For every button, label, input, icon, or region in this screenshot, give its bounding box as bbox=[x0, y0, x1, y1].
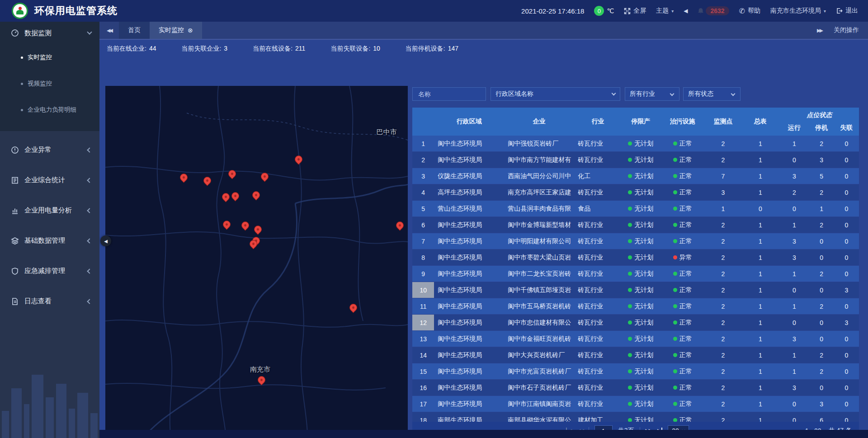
table-row[interactable]: 16阆中生态环境局阆中市石子页岩机砖厂砖瓦行业无计划正常21300 bbox=[412, 380, 859, 396]
tab-home[interactable]: 首页 bbox=[119, 22, 150, 39]
table-row[interactable]: 13阆中生态环境局阆中市金福旺页岩机砖砖瓦行业无计划正常21300 bbox=[412, 331, 859, 347]
sidebar-item-enterprise-abnormal[interactable]: 企业异常 bbox=[0, 135, 99, 165]
table-row[interactable]: 9阆中生态环境局阆中市二龙长宝页岩砖砖瓦行业无计划正常21120 bbox=[412, 266, 859, 282]
org-dropdown[interactable]: 南充市生态环境局▾ bbox=[770, 7, 826, 15]
sidebar-item-power-load-detail[interactable]: 企业电力负荷明细 bbox=[0, 97, 99, 123]
table-row[interactable]: 10阆中生态环境局阆中千佛镇五郎垭页岩砖瓦行业无计划正常21003 bbox=[412, 282, 859, 298]
sidebar-item-realtime-monitor[interactable]: 实时监控 bbox=[0, 44, 99, 71]
cell-region: 阆中生态环境局 bbox=[434, 380, 504, 396]
cell-facility: 异常 bbox=[660, 250, 705, 265]
cell-facility: 正常 bbox=[660, 396, 705, 412]
sidebar-item-enterprise-statistics[interactable]: 企业综合统计 bbox=[0, 165, 99, 195]
cell-company: 阆中市南方节能建材有 bbox=[504, 152, 574, 168]
cell-lost: 0 bbox=[834, 152, 859, 168]
cell-region: 阆中生态环境局 bbox=[434, 282, 504, 298]
cell-lost: 3 bbox=[834, 315, 859, 330]
cell-lost: 0 bbox=[834, 347, 859, 363]
close-operations-button[interactable]: 关闭操作 bbox=[834, 26, 859, 34]
cell-region: 阆中生态环境局 bbox=[434, 315, 504, 330]
map-panel[interactable]: 巴中市南充市遂宁市 bbox=[105, 86, 408, 438]
tab-realtime-monitor[interactable]: 实时监控 ⊗ bbox=[150, 22, 202, 39]
cell-meters: 1 bbox=[741, 331, 779, 347]
table-row[interactable]: 4高坪生态环境局南充市高坪区王家店建砖瓦行业无计划正常31220 bbox=[412, 184, 859, 200]
stat-offline-enterprises: 当前失联企业:3 bbox=[181, 45, 227, 53]
cell-region: 阆中生态环境局 bbox=[434, 347, 504, 363]
status-dot-icon bbox=[628, 223, 632, 227]
tabs-scroll-left-button[interactable]: ◀◀ bbox=[99, 22, 119, 39]
cell-company: 阆中千佛镇五郎垭页岩 bbox=[504, 282, 574, 298]
table-row[interactable]: 18南部生态环境局南部县砌华水泥有限公建材加工无计划正常21060 bbox=[412, 412, 859, 422]
cell-no: 9 bbox=[412, 266, 434, 282]
table-row[interactable]: 6阆中生态环境局阆中市金博瑞新型墙材砖瓦行业无计划正常21120 bbox=[412, 217, 859, 233]
table-row[interactable]: 11阆中生态环境局阆中市五马桥页岩机砖砖瓦行业无计划正常21120 bbox=[412, 298, 859, 314]
cell-facility: 正常 bbox=[660, 233, 705, 249]
table-row[interactable]: 8阆中生态环境局阆中市枣碧大梁山页岩砖瓦行业无计划异常21300 bbox=[412, 250, 859, 265]
table-row[interactable]: 15阆中生态环境局阆中市光富页岩机砖厂砖瓦行业无计划正常21120 bbox=[412, 363, 859, 379]
name-search-input[interactable] bbox=[417, 90, 481, 98]
help-button[interactable]: ✆ 帮助 bbox=[739, 7, 760, 15]
cell-running: 0 bbox=[779, 201, 809, 217]
chevron-down-icon bbox=[731, 92, 736, 96]
sidebar-group-data-monitor: 数据监测 实时监控 视频监控 企业电力负荷明细 bbox=[0, 22, 99, 131]
cell-no: 12 bbox=[412, 315, 434, 330]
sidebar-item-log-view[interactable]: 日志查看 bbox=[0, 286, 99, 316]
cell-running: 1 bbox=[779, 363, 809, 379]
speaker-icon: ◀ bbox=[684, 8, 688, 14]
stat-stopped-devices: 当前停机设备:147 bbox=[406, 45, 458, 53]
cell-running: 0 bbox=[779, 315, 809, 330]
cell-company: 阆中市五马桥页岩机砖 bbox=[504, 298, 574, 314]
cell-no: 16 bbox=[412, 380, 434, 396]
status-dot-icon bbox=[673, 141, 677, 146]
col-header-stopped: 停机 bbox=[809, 124, 834, 132]
sidebar-item-video-monitor[interactable]: 视频监控 bbox=[0, 71, 99, 97]
status-filter-select[interactable]: 所有状态 bbox=[683, 87, 741, 101]
cell-running: 2 bbox=[779, 184, 809, 200]
sidebar-item-base-data[interactable]: 基础数据管理 bbox=[0, 226, 99, 256]
fullscreen-button[interactable]: 全屏 bbox=[624, 7, 646, 15]
table-row[interactable]: 7阆中生态环境局阆中明阳建材有限公司砖瓦行业无计划正常21300 bbox=[412, 233, 859, 249]
table-row[interactable]: 17阆中生态环境局阆中市江南镇阆南页岩砖瓦行业无计划正常21030 bbox=[412, 396, 859, 412]
cell-company: 阆中市二龙长宝页岩砖 bbox=[504, 266, 574, 282]
table-body: 1阆中生态环境局阆中强锐页岩砖厂砖瓦行业无计划正常211202阆中生态环境局阆中… bbox=[412, 136, 859, 422]
col-header-lost: 失联 bbox=[834, 124, 859, 132]
table-row[interactable]: 2阆中生态环境局阆中市南方节能建材有砖瓦行业无计划正常21030 bbox=[412, 152, 859, 168]
table-row[interactable]: 3仪陇生态环境局西南油气田分公司川中化工无计划正常71350 bbox=[412, 168, 859, 184]
cell-industry: 建材加工 bbox=[574, 412, 622, 422]
mute-button[interactable]: ◀ bbox=[684, 8, 688, 14]
theme-dropdown[interactable]: 主题▾ bbox=[656, 7, 674, 15]
table-row[interactable]: 1阆中生态环境局阆中强锐页岩砖厂砖瓦行业无计划正常21120 bbox=[412, 136, 859, 151]
table-row[interactable]: 5营山生态环境局营山县润丰肉食品有限食品无计划正常10010 bbox=[412, 201, 859, 217]
cell-industry: 砖瓦行业 bbox=[574, 282, 622, 298]
close-icon[interactable]: ⊗ bbox=[188, 27, 193, 34]
cell-company: 南部县砌华水泥有限公 bbox=[504, 412, 574, 422]
cell-running: 1 bbox=[779, 136, 809, 151]
status-dot-icon bbox=[628, 141, 632, 146]
notifications[interactable]: 2632 bbox=[698, 6, 729, 15]
alert-icon bbox=[11, 146, 19, 154]
tabs-scroll-right-button[interactable]: ▶▶ bbox=[817, 28, 822, 33]
cell-region: 阆中生态环境局 bbox=[434, 298, 504, 314]
map-city-label: 南充市 bbox=[250, 365, 270, 373]
cell-industry: 砖瓦行业 bbox=[574, 266, 622, 282]
cell-region: 营山生态环境局 bbox=[434, 201, 504, 217]
region-filter-select[interactable]: 行政区域名称 bbox=[491, 87, 620, 101]
cell-running: 1 bbox=[779, 217, 809, 233]
cell-facility: 正常 bbox=[660, 152, 705, 168]
sidebar-item-power-analysis[interactable]: 企业用电量分析 bbox=[0, 195, 99, 226]
cell-no: 11 bbox=[412, 298, 434, 314]
cell-region: 高坪生态环境局 bbox=[434, 184, 504, 200]
status-dot-icon bbox=[628, 288, 632, 292]
logout-button[interactable]: 退出 bbox=[836, 7, 858, 15]
cell-meters: 1 bbox=[741, 396, 779, 412]
sidebar-item-data-monitor[interactable]: 数据监测 bbox=[0, 22, 99, 44]
map-collapse-button[interactable]: ◀ bbox=[100, 235, 111, 246]
cell-facility: 正常 bbox=[660, 331, 705, 347]
table-row[interactable]: 14阆中生态环境局阆中大兴页岩机砖厂砖瓦行业无计划正常21120 bbox=[412, 347, 859, 363]
status-dot-icon bbox=[628, 174, 632, 178]
cell-no: 15 bbox=[412, 363, 434, 379]
sidebar-item-emergency-reduction[interactable]: 应急减排管理 bbox=[0, 256, 99, 286]
cell-limit: 无计划 bbox=[622, 136, 660, 151]
cell-industry: 砖瓦行业 bbox=[574, 184, 622, 200]
table-row[interactable]: 12阆中生态环境局阆中市忠信建材有限公砖瓦行业无计划正常21003 bbox=[412, 315, 859, 330]
industry-filter-select[interactable]: 所有行业 bbox=[625, 87, 679, 101]
